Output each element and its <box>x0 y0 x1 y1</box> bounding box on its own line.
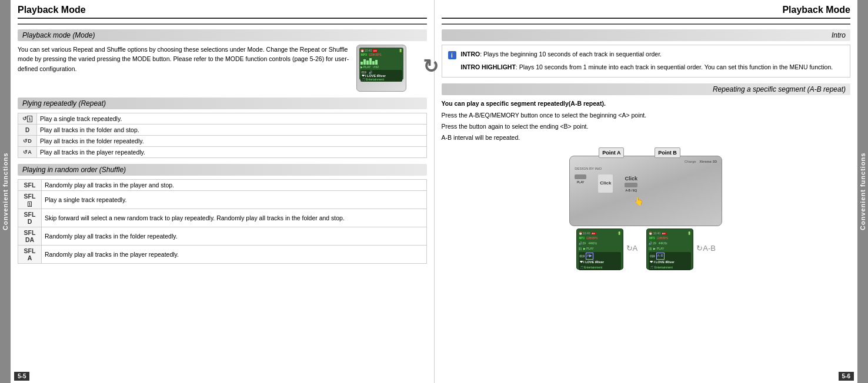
sfl-text-5: Randomly play all tracks in the player r… <box>42 246 427 264</box>
ab-repeat-content: You can play a specific segment repeated… <box>442 99 851 270</box>
table-row: SFL 1 Play a single track repeatedly. <box>18 191 427 209</box>
ab-eq-button[interactable] <box>625 183 637 187</box>
large-device-inner: Charge Xtreme 3D DESIGN BY iNiO PLAY <box>570 156 722 211</box>
table-row: SFL A Randomly play all tracks in the pl… <box>18 246 427 264</box>
device-image-area: ⏰ 10:40 AM 🔋 MP3 128KBPS <box>356 45 427 92</box>
shuffle-section: Playing in random order (Shuffle) SFL Ra… <box>18 164 427 264</box>
intro-content: INTRO: Plays the beginning 10 seconds of… <box>461 50 833 72</box>
charge-label: Charge <box>685 159 696 165</box>
sfl-badge-2: SFL 1 <box>18 191 42 209</box>
repeat-icon-1: ↺1 <box>18 113 37 125</box>
table-row: SFL DA Randomly play all tracks in the f… <box>18 227 427 246</box>
xtreme-label: Xtreme 3D <box>700 159 717 165</box>
point-a-label: Point A <box>599 147 624 158</box>
play-btn-label: PLAY <box>577 180 584 184</box>
repeat-ab-icon: ↻A-B <box>696 243 716 255</box>
design-by-label: DESIGN BY iNiO <box>575 167 602 170</box>
table-row: ↺A Play all tracks in the player repeate… <box>18 147 427 158</box>
sfl-text-3: Skip forward will select a new random tr… <box>42 209 427 227</box>
repeat-header: Plying repeatedly (Repeat) <box>18 98 427 109</box>
sfl-badge-5: SFL A <box>18 246 42 264</box>
sfl-text-1: Randomly play all tracks in the player a… <box>42 180 427 191</box>
sfl-badge-1: SFL <box>18 180 42 191</box>
table-row: D Play all tracks in the folder and stop… <box>18 125 427 136</box>
repeat-a-icon: ↻A <box>626 243 638 255</box>
intro-box: i INTRO: Plays the beginning 10 seconds … <box>442 45 851 78</box>
sfl-text-4: Randomly play all tracks in the folder r… <box>42 227 427 246</box>
intro-section: Intro i INTRO: Plays the beginning 10 se… <box>442 29 851 78</box>
right-page-title: Playback Mode <box>442 5 851 19</box>
mode-text: You can set various Repeat and Shuffle o… <box>18 45 352 92</box>
shuffle-header: Playing in random order (Shuffle) <box>18 164 427 176</box>
table-row: ↺1 Play a single track repeatedly. <box>18 113 427 125</box>
repeat-text-1: Play a single track repeatedly. <box>37 113 427 125</box>
mode-content: You can set various Repeat and Shuffle o… <box>18 45 427 92</box>
click-2-label: Click <box>625 174 638 183</box>
intro-header: Intro <box>442 29 851 41</box>
mini-device-screen: ⏰ 10:40 AM 🔋 MP3 128KBPS <box>359 48 403 80</box>
repeat-icon-d: D <box>18 125 37 136</box>
sfl-badge-3: SFL D <box>18 209 42 227</box>
mini-device: ⏰ 10:40 AM 🔋 MP3 128KBPS <box>356 45 406 92</box>
repeat-icon-rd: ↺D <box>18 136 37 147</box>
info-badge-icon: i <box>448 51 456 59</box>
large-device-container: Point A Point B Charge Xtreme 3D DESIGN … <box>563 147 728 224</box>
hand-cursor-icon: 👆 <box>633 194 717 207</box>
repeat-section: Plying repeatedly (Repeat) ↺1 Play a sin… <box>18 98 427 158</box>
sfl-text-2: Play a single track repeatedly. <box>42 191 427 209</box>
playback-mode-header: Playback mode (Mode) <box>18 29 427 41</box>
bottom-screens-row: ⏰ 10:40 AM 🔋 MP3 128KBPS 🔊 29 44KHz <box>442 229 851 270</box>
left-page-number: 5-5 <box>14 372 29 381</box>
repeat-icon-ra: ↺A <box>18 147 37 158</box>
ab-repeat-header: Repeating a specific segment (A-B repeat… <box>442 83 851 95</box>
left-page: Playback Mode Playback mode (Mode) You c… <box>11 0 435 383</box>
table-row: ↺D Play all tracks in the folder repeate… <box>18 136 427 147</box>
ab-repeat-section: Repeating a specific segment (A-B repeat… <box>442 83 851 270</box>
eq-bars <box>360 58 402 65</box>
right-page-number: 5-6 <box>839 372 854 381</box>
repeat-text-rd: Play all tracks in the folder repeatedly… <box>37 136 427 147</box>
sfl-badge-4: SFL DA <box>18 227 42 246</box>
click-indicators: Click <box>598 174 613 193</box>
ab-bold-text: You can play a specific segment repeated… <box>442 99 851 109</box>
play-button-area: PLAY <box>575 174 586 193</box>
right-page: Playback Mode Intro i INTRO: Plays the b… <box>435 0 858 383</box>
left-screen-wrapper: ⏰ 10:40 AM 🔋 MP3 128KBPS 🔊 29 44KHz <box>576 229 638 270</box>
table-row: SFL Randomly play all tracks in the play… <box>18 180 427 191</box>
ab-eq-button-area: Click A-B / EQ <box>625 174 637 193</box>
ab-line-1: Press the A-B/EQ/MEMORY button once to s… <box>442 110 851 120</box>
click-1: Click <box>600 180 611 187</box>
large-device-area: Point A Point B Charge Xtreme 3D DESIGN … <box>442 147 851 224</box>
left-small-screen: ⏰ 10:40 AM 🔋 MP3 128KBPS 🔊 29 44KHz <box>576 229 623 270</box>
repeat-text-d: Play all tracks in the folder and stop. <box>37 125 427 136</box>
play-button[interactable] <box>575 174 586 179</box>
repeat-text-ra: Play all tracks in the player repeatedly… <box>37 147 427 158</box>
ab-eq-label: A-B / EQ <box>626 188 637 193</box>
right-screen-wrapper: ⏰ 10:40 AM 🔋 MP3 128KBPS 🔊 29 44KHz <box>646 229 716 270</box>
shuffle-table: SFL Randomly play all tracks in the play… <box>18 179 427 264</box>
left-side-label: Convenient functions <box>0 0 11 383</box>
table-row: SFL D Skip forward will select a new ran… <box>18 209 427 227</box>
ab-line-3: A-B interval will be repeated. <box>442 133 851 143</box>
playback-mode-section: Playback mode (Mode) You can set various… <box>18 29 427 92</box>
point-b-label: Point B <box>655 147 680 158</box>
ab-line-2: Press the button again to select the end… <box>442 122 851 132</box>
large-device-body: Charge Xtreme 3D DESIGN BY iNiO PLAY <box>569 156 722 226</box>
repeat-table: ↺1 Play a single track repeatedly. D Pla… <box>18 113 427 158</box>
right-side-label: Convenient functions <box>857 0 868 383</box>
right-small-screen: ⏰ 10:40 AM 🔋 MP3 128KBPS 🔊 29 44KHz <box>646 229 693 270</box>
left-page-title: Playback Mode <box>18 5 427 19</box>
